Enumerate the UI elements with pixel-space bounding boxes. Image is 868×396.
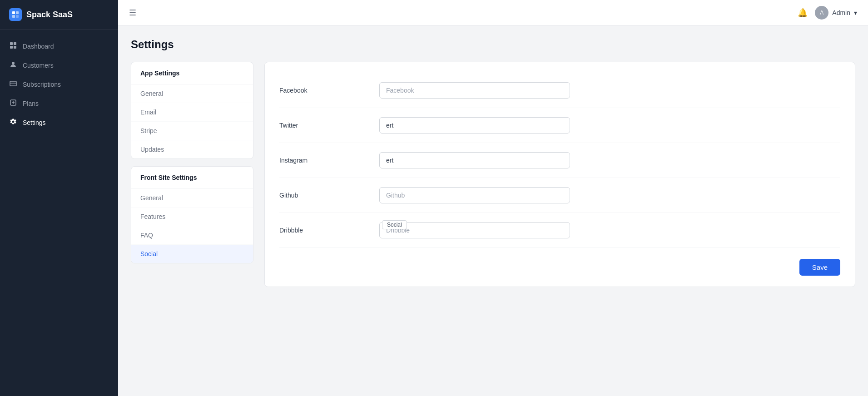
instagram-input[interactable] <box>379 152 570 168</box>
svg-rect-4 <box>10 42 13 45</box>
dribbble-row: Dribbble <box>279 213 840 248</box>
facebook-row: Facebook <box>279 73 840 108</box>
facebook-input[interactable] <box>379 82 570 99</box>
sidebar-item-label: Dashboard <box>23 43 54 50</box>
sidebar: Spack SaaS Dashboard Customers Subscript… <box>0 0 118 396</box>
page-title: Settings <box>131 38 855 51</box>
front-site-general[interactable]: General <box>131 189 253 208</box>
sidebar-item-customers[interactable]: Customers <box>0 56 118 75</box>
twitter-label: Twitter <box>279 122 379 129</box>
app-settings-title: App Settings <box>131 62 253 84</box>
sidebar-item-settings[interactable]: Settings <box>0 113 118 132</box>
social-tooltip-badge: Social <box>382 220 407 229</box>
save-button[interactable]: Save <box>799 259 840 276</box>
github-label: Github <box>279 192 379 199</box>
main: ☰ 🔔 A Admin ▾ Settings App Settings Gene… <box>118 0 868 396</box>
twitter-row: Twitter <box>279 108 840 143</box>
notification-bell-icon[interactable]: 🔔 <box>798 8 808 18</box>
save-button-row: Save <box>279 259 840 276</box>
app-settings-general[interactable]: General <box>131 84 253 103</box>
app-name: Spack SaaS <box>26 10 73 20</box>
logo-icon <box>9 8 22 21</box>
settings-layout: App Settings General Email Stripe Update… <box>131 62 855 287</box>
sidebar-item-label: Customers <box>23 62 54 69</box>
social-settings-form: Social Facebook Twitter Instagram <box>264 62 855 287</box>
twitter-input[interactable] <box>379 117 570 134</box>
avatar: A <box>815 6 828 20</box>
topbar-left: ☰ <box>129 8 136 18</box>
sidebar-item-subscriptions[interactable]: Subscriptions <box>0 75 118 94</box>
svg-rect-1 <box>16 11 19 14</box>
github-row: Github <box>279 178 840 213</box>
settings-icon <box>9 118 17 127</box>
app-settings-email[interactable]: Email <box>131 103 253 122</box>
content-area: Settings App Settings General Email Stri… <box>118 25 868 396</box>
subscriptions-icon <box>9 80 17 89</box>
instagram-row: Instagram <box>279 143 840 178</box>
svg-rect-9 <box>10 81 16 86</box>
app-settings-updates[interactable]: Updates <box>131 140 253 158</box>
front-site-features[interactable]: Features <box>131 208 253 226</box>
dribbble-input[interactable] <box>379 222 570 238</box>
app-settings-stripe[interactable]: Stripe <box>131 122 253 140</box>
svg-point-8 <box>12 62 15 64</box>
dribbble-label: Dribbble <box>279 227 379 234</box>
facebook-label: Facebook <box>279 87 379 94</box>
svg-rect-0 <box>12 11 15 14</box>
user-menu[interactable]: A Admin ▾ <box>815 6 857 20</box>
svg-rect-6 <box>10 46 13 49</box>
admin-label: Admin <box>832 9 850 16</box>
customers-icon <box>9 61 17 70</box>
svg-rect-5 <box>14 42 16 45</box>
logo[interactable]: Spack SaaS <box>0 0 118 30</box>
app-settings-card: App Settings General Email Stripe Update… <box>131 62 253 159</box>
settings-sidebar: App Settings General Email Stripe Update… <box>131 62 253 263</box>
chevron-down-icon: ▾ <box>854 9 857 16</box>
svg-rect-3 <box>16 15 19 18</box>
hamburger-icon[interactable]: ☰ <box>129 8 136 18</box>
sidebar-item-plans[interactable]: Plans <box>0 94 118 113</box>
dashboard-icon <box>9 42 17 51</box>
sidebar-item-label: Subscriptions <box>23 81 61 88</box>
sidebar-item-dashboard[interactable]: Dashboard <box>0 37 118 56</box>
sidebar-nav: Dashboard Customers Subscriptions Plans … <box>0 30 118 396</box>
front-site-settings-title: Front Site Settings <box>131 167 253 189</box>
svg-rect-7 <box>14 46 16 49</box>
front-site-faq[interactable]: FAQ <box>131 226 253 245</box>
topbar-right: 🔔 A Admin ▾ <box>798 6 857 20</box>
sidebar-item-label: Settings <box>23 119 46 126</box>
plans-icon <box>9 99 17 108</box>
front-site-settings-card: Front Site Settings General Features FAQ… <box>131 166 253 263</box>
instagram-label: Instagram <box>279 157 379 164</box>
front-site-social[interactable]: Social <box>131 245 253 263</box>
sidebar-item-label: Plans <box>23 100 39 107</box>
github-input[interactable] <box>379 187 570 203</box>
svg-rect-2 <box>12 15 15 18</box>
topbar: ☰ 🔔 A Admin ▾ <box>118 0 868 25</box>
